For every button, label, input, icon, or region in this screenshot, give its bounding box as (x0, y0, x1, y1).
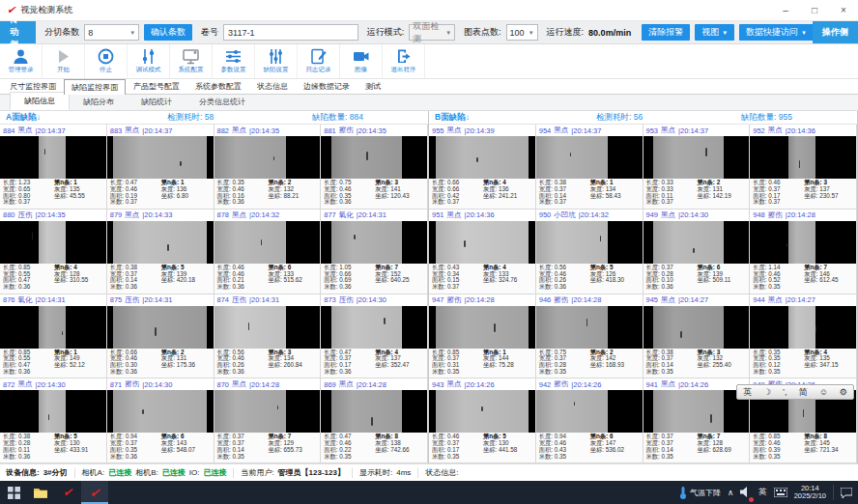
sub-tab-3[interactable]: 分类信息统计 (186, 94, 259, 110)
defect-cell-869[interactable]: 869黑点|20:14:28长度: 0.47宽度: 0.46面积: 0.22米数… (321, 378, 428, 463)
emoji-icon[interactable]: ☺ (819, 387, 828, 397)
keyboard-icon[interactable] (774, 488, 787, 497)
defect-meter: 米数: 0.36 (646, 284, 696, 291)
main-tab-5[interactable]: 边缘数据记录 (296, 78, 358, 94)
defect-image (214, 221, 321, 264)
defect-time: |20:14:28 (571, 295, 601, 304)
defect-image (214, 390, 321, 433)
defect-cell-945[interactable]: 945黑点|20:14:27长度: 0.38宽度: 0.37面积: 0.14米数… (644, 294, 751, 379)
defect-cell-875[interactable]: 875压伤|20:14:31长度: 0.66宽度: 0.46面积: 0.30米数… (107, 294, 214, 379)
view-menu-button[interactable]: 视图▼ (695, 24, 734, 41)
toolbar-button-monitor[interactable]: 系统配置 (170, 44, 213, 78)
defect-cell-881[interactable]: 881擦伤|20:14:35长度: 0.75宽度: 0.46面积: 0.35米数… (321, 125, 428, 210)
clear-alarm-button[interactable]: 清除报警 (642, 24, 690, 41)
defect-image (644, 221, 750, 264)
roll-number-input[interactable]: 3117-1 (223, 24, 358, 41)
main-tab-4[interactable]: 状态信息 (249, 78, 296, 94)
defect-image (429, 136, 535, 179)
defect-cell-883[interactable]: 883黑点|20:14:37长度: 0.47宽度: 0.46面积: 0.19米数… (107, 125, 214, 210)
defect-cell-880[interactable]: 880压伤|20:14:35长度: 0.85宽度: 0.55面积: 0.47米数… (0, 210, 107, 294)
close-button[interactable]: × (829, 0, 858, 20)
defect-id: 884 (3, 126, 15, 135)
defect-cell-951[interactable]: 951黑点|20:14:36长度: 0.43宽度: 0.34面积: 0.15米数… (429, 210, 536, 294)
defect-cell-header: 880压伤|20:14:35 (0, 210, 106, 221)
slit-count-select[interactable]: 8▼ (84, 24, 139, 41)
defect-cell-884[interactable]: 884黑点|20:14:37长度: 1.23宽度: 0.65面积: 0.80米数… (0, 125, 107, 210)
toolbar-button-camera[interactable]: 图像 (340, 44, 383, 78)
defect-cell-882[interactable]: 882黑点|20:14:35长度: 0.35宽度: 0.46面积: 0.16米数… (214, 125, 322, 210)
defect-time: |20:14:31 (357, 210, 386, 219)
toolbar-button-stop[interactable]: 停止 (85, 44, 128, 78)
defect-cell-953[interactable]: 953黑点|20:14:37长度: 0.33宽度: 0.33面积: 0.11米数… (644, 125, 751, 210)
defect-cell-873[interactable]: 873压伤|20:14:30长度: 0.47宽度: 0.37面积: 0.17米数… (321, 294, 428, 379)
toolbar-button-play[interactable]: 开始 (43, 44, 85, 78)
defect-cell-946[interactable]: 946擦伤|20:14:28长度: 0.75宽度: 0.37面积: 0.28米数… (536, 294, 644, 379)
toolbar-button-h-sliders[interactable]: 参数设置 (213, 44, 255, 78)
defect-metadata: 长度: 0.38宽度: 0.37面积: 0.14米数: 0.35第n条: 3灰度… (644, 349, 750, 378)
main-tab-6[interactable]: 测试 (358, 78, 388, 94)
toolbar-button-exit[interactable]: 退出程序 (383, 44, 425, 78)
sub-tab-1[interactable]: 缺陷分布 (70, 94, 128, 110)
defect-cell-941[interactable]: 941黑点|20:14:26长度: 0.37宽度: 0.37面积: 0.14米数… (644, 378, 751, 463)
action-center-icon[interactable] (841, 488, 852, 498)
chart-points-select[interactable]: 100▼ (506, 24, 538, 41)
defect-cell-948[interactable]: 948擦伤|20:14:28长度: 1.14宽度: 0.46面积: 0.52米数… (750, 210, 857, 294)
main-tab-2[interactable]: 产品型号配置 (126, 78, 187, 94)
panel-b-title[interactable]: B面缺陷↓ (435, 112, 596, 124)
main-tab-1[interactable]: 缺陷监控界面 (64, 79, 126, 95)
maximize-button[interactable]: □ (800, 0, 829, 20)
defect-cell-955[interactable]: 955黑点|20:14:39长度: 0.66宽度: 0.66面积: 0.42米数… (429, 125, 536, 210)
defect-metadata: 长度: 0.85宽度: 0.55面积: 0.47米数: 0.36第n条: 4灰度… (0, 264, 106, 294)
defect-cell-947[interactable]: 947擦伤|20:14:28长度: 0.85宽度: 0.37面积: 0.31米数… (429, 294, 536, 379)
defect-cell-944[interactable]: 944黑点|20:14:27长度: 0.35宽度: 0.35面积: 0.12米数… (750, 294, 857, 379)
toolbar-button-log[interactable]: 日志记录 (298, 44, 340, 78)
defect-cell-870[interactable]: 870黑点|20:14:28长度: 0.37宽度: 0.37面积: 0.14米数… (214, 378, 322, 463)
start-button[interactable] (0, 481, 27, 504)
panel-a-title[interactable]: A面缺陷↓ (6, 112, 167, 124)
defect-cell-874[interactable]: 874压伤|20:14:31长度: 0.56宽度: 0.46面积: 0.26米数… (214, 294, 322, 379)
ime-lang-toggle[interactable]: 英 (743, 386, 752, 399)
data-access-menu-button[interactable]: 数据快捷访问▼ (739, 24, 814, 41)
confirm-count-button[interactable]: 确认条数 (144, 24, 192, 41)
defect-meter: 米数: 0.35 (646, 369, 696, 376)
defect-cell-954[interactable]: 954黑点|20:14:37长度: 0.38宽度: 0.37面积: 0.14米数… (536, 125, 644, 210)
sub-tab-2[interactable]: 缺陷统计 (128, 94, 186, 110)
defect-id: 883 (110, 126, 123, 135)
toolbar-button-debug-sliders[interactable]: 调试模式 (128, 44, 170, 78)
defect-cell-876[interactable]: 876氧化|20:14:31长度: 0.85宽度: 0.55面积: 0.47米数… (0, 294, 107, 379)
simplified-toggle[interactable]: 简 (799, 386, 808, 399)
defect-cell-877[interactable]: 877氧化|20:14:31长度: 1.05宽度: 0.66面积: 0.69米数… (321, 210, 428, 294)
main-tab-3[interactable]: 系统参数配置 (187, 78, 249, 94)
minimize-button[interactable]: – (771, 0, 800, 20)
inspection-app-button[interactable]: ✔ (54, 481, 81, 504)
file-explorer-button[interactable] (27, 481, 54, 504)
weather-widget[interactable]: 气温下降 (679, 487, 721, 499)
defect-cell-879[interactable]: 879黑点|20:14:33长度: 0.38宽度: 0.37面积: 0.14米数… (107, 210, 214, 294)
defect-cell-943[interactable]: 943黑点|20:14:26长度: 0.46宽度: 0.37面积: 0.17米数… (429, 378, 536, 463)
run-mode-select[interactable]: 双面检测▼ (409, 24, 455, 41)
panel-b-defect-count: 缺陷数量: 955 (741, 112, 857, 124)
defect-cell-942[interactable]: 942擦伤|20:14:26长度: 0.94宽度: 0.46面积: 0.43米数… (536, 378, 644, 463)
moon-icon[interactable]: ☽ (763, 387, 771, 397)
volume-icon[interactable] (740, 484, 752, 501)
language-indicator[interactable]: 英 (758, 487, 767, 498)
defect-cell-872[interactable]: 872黑点|20:14:30长度: 0.38宽度: 0.28面积: 0.11米数… (0, 378, 107, 463)
defect-image (107, 136, 214, 179)
defect-cell-871[interactable]: 871擦伤|20:14:30长度: 0.94宽度: 0.37面积: 0.35米数… (107, 378, 214, 463)
defect-cell-949[interactable]: 949黑点|20:14:30长度: 0.37宽度: 0.28面积: 0.10米数… (644, 210, 751, 294)
main-tab-strip: 尺寸监控界面缺陷监控界面产品型号配置系统参数配置状态信息边缘数据记录测试 (0, 79, 858, 95)
inspection-app-button-active[interactable]: ✔ (81, 481, 108, 504)
punctuation-toggle[interactable]: ’, (783, 387, 787, 397)
tray-expand-button[interactable]: ∧ (728, 488, 733, 497)
taskbar-clock[interactable]: 20:14 2025/2/10 (794, 485, 826, 501)
operator-side-label: 操作侧 (813, 21, 858, 43)
sub-tab-0[interactable]: 缺陷信息 (10, 92, 70, 110)
title-bar: ✔ 视觉检测系统 – □ × (0, 0, 858, 21)
defect-meter: 米数: 0.36 (539, 284, 588, 291)
defect-id: 952 (753, 126, 765, 135)
defect-cell-878[interactable]: 878黑点|20:14:32长度: 0.46宽度: 0.46面积: 0.21米数… (214, 210, 322, 294)
defect-cell-950[interactable]: 950小凹坑|20:14:32长度: 0.56宽度: 0.46面积: 0.26米… (536, 210, 644, 294)
defect-cell-952[interactable]: 952黑点|20:14:36长度: 0.46宽度: 0.37面积: 0.17米数… (750, 125, 857, 210)
gear-icon[interactable]: ⚙ (840, 387, 847, 397)
toolbar-button-v-sliders[interactable]: 缺陷设置 (255, 44, 298, 78)
